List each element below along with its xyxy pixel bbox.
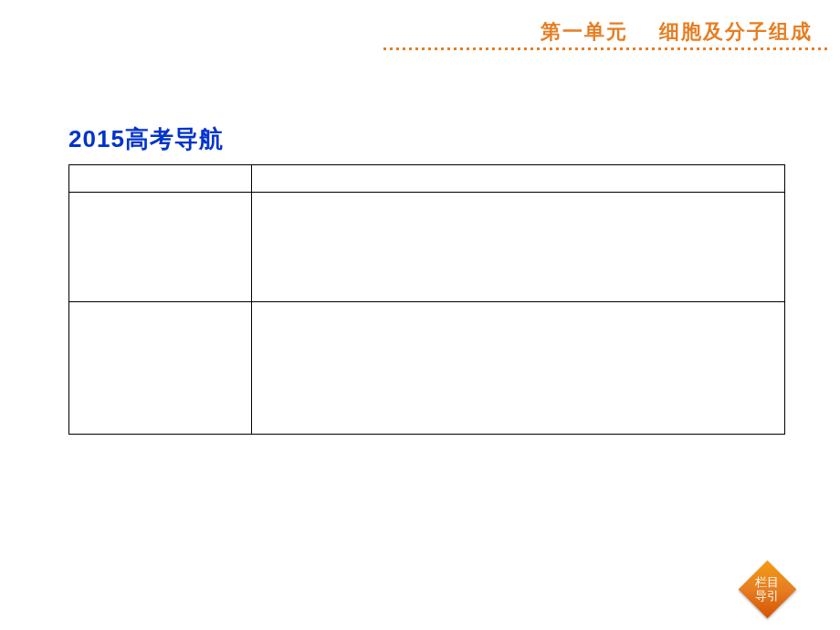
table-cell (69, 193, 252, 302)
content-table (68, 164, 785, 435)
table-cell (252, 165, 785, 193)
table-cell (69, 302, 252, 435)
table-cell (69, 165, 252, 193)
table-row (69, 165, 785, 193)
table-cell (252, 302, 785, 435)
unit-title: 细胞及分子组成 (659, 20, 813, 43)
table-cell (252, 193, 785, 302)
nav-badge[interactable]: 栏目 导引 (740, 562, 794, 616)
table-row (69, 302, 785, 435)
nav-badge-text: 栏目 导引 (755, 575, 779, 603)
header-divider (383, 47, 831, 50)
table-row (69, 193, 785, 302)
content-table-container (68, 164, 785, 435)
page-header: 第一单元 细胞及分子组成 (541, 18, 813, 46)
nav-badge-line2: 导引 (755, 589, 779, 603)
nav-badge-line1: 栏目 (755, 575, 779, 589)
unit-label: 第一单元 (541, 20, 628, 43)
page-title: 2015高考导航 (68, 123, 224, 155)
